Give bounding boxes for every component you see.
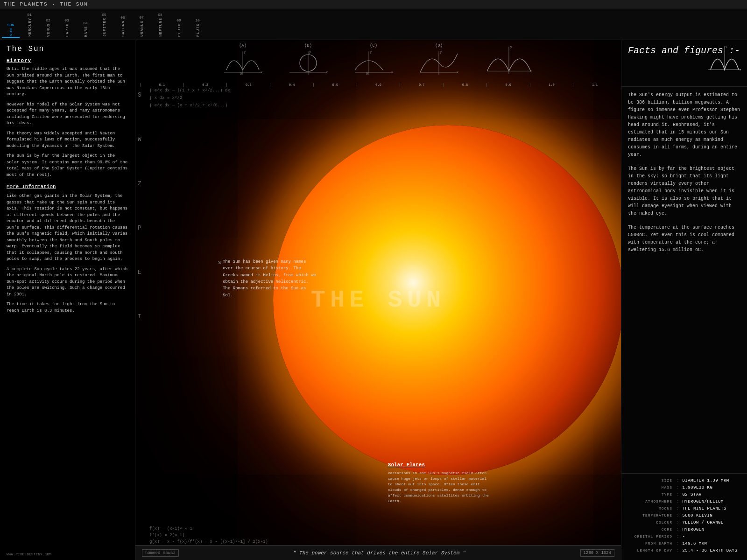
stat-row: TYPE:G2 STAR [628, 492, 740, 497]
ruler-mark: 0.9 [486, 83, 530, 87]
nav-bar: SUNSUN01MERCURY02VENUS03EARTH04MARS05JUP… [0, 8, 747, 40]
nav-label: MERCURY [28, 18, 32, 37]
top-bar: THE PLANETS - THE SUN [0, 0, 747, 8]
nav-item-mercury[interactable]: 01MERCURY [21, 10, 38, 38]
nav-item-pluto[interactable]: 10PLUTO [189, 10, 206, 38]
sun-title: The Sun [7, 45, 128, 53]
nav-label: URANUS [140, 21, 144, 37]
nav-number: 06 [120, 15, 125, 20]
ruler-mark: 1.1 [573, 83, 616, 87]
graph-corner-svg: x y [481, 44, 537, 77]
stat-value: YELLOW / ORANGE [682, 520, 724, 525]
stat-value: 25.4 - 36 EARTH DAYS [682, 548, 737, 553]
svg-text:x: x [326, 70, 328, 74]
stat-label: TEMPERATURE [628, 513, 672, 518]
stat-label: ORBITAL PERIOD [628, 534, 672, 539]
graph-c-label: (C) [370, 43, 377, 48]
resolution-tag: 1280 X 1024 [580, 549, 614, 557]
nav-item-jupiter[interactable]: 05JUPITER [95, 10, 113, 38]
side-char-i: I [138, 313, 141, 320]
more-info-link[interactable]: More Information [7, 184, 128, 189]
nav-item-uranus[interactable]: 07URANUS [133, 10, 150, 38]
nav-label: VENUS [46, 23, 50, 37]
center-area: (A) x y O (B) x y [135, 40, 621, 560]
facts-graph-svg: x y [706, 44, 743, 72]
stat-value: HYDROGEN/HELIUM [682, 499, 724, 504]
page-title: THE PLANETS - THE SUN [4, 1, 88, 7]
website-credit: WWW.PIXELDESTINY.COM [7, 552, 51, 556]
solar-flares-heading: Solar Flares [388, 462, 491, 468]
side-char-w: W [138, 136, 141, 143]
math-graph-b: (B) x y [285, 43, 331, 77]
graph-d-label: (D) [435, 43, 443, 48]
nav-label: PLUTO [177, 23, 181, 37]
nav-item-earth[interactable]: 03EARTH [58, 10, 76, 38]
ruler-mark: 0.1 [140, 83, 183, 87]
math-eq-1: f(x) = (x-1)² - 1 [149, 526, 616, 531]
nav-item-neptune[interactable]: 08NEPTUNE [151, 10, 169, 38]
stat-label: SIZE [628, 478, 672, 483]
math-top-row: (A) x y O (B) x y [135, 40, 621, 80]
stat-row: FROM EARTH:149.6 MKM [628, 541, 740, 546]
ruler-mark: 0.5 [313, 83, 357, 87]
side-char-z: Z [138, 180, 141, 187]
main-layout: The Sun History Until the middle ages it… [0, 40, 747, 560]
svg-text:x: x [740, 68, 741, 71]
stat-row: CORE:HYDROGEN [628, 527, 740, 532]
stats-table: SIZE:DIAMETER 1.39 MKMMASS:1.989E30 KGTY… [621, 473, 747, 560]
nav-number: 04 [83, 21, 88, 25]
stat-row: TEMPERATURE:5800 KELVIN [628, 513, 740, 518]
math-eq-2: f'(x) = 2(x-1) [149, 533, 616, 538]
stat-sep: : [676, 527, 678, 532]
ruler-mark: 0.6 [357, 83, 400, 87]
graph-d-svg: x y [416, 49, 462, 77]
nav-item-pluto[interactable]: 09PLUTO [170, 10, 188, 38]
svg-text:y: y [440, 50, 442, 54]
nav-label: EARTH [65, 23, 69, 37]
svg-text:x: x [529, 69, 532, 73]
nav-item-mars[interactable]: 04MARS [77, 10, 94, 38]
nav-item-venus[interactable]: 02VENUS [39, 10, 57, 38]
stat-label: FROM EARTH [628, 541, 672, 546]
facts-header: Facts and figures :- x y [621, 40, 747, 87]
nav-item-sun[interactable]: SUNSUN [2, 10, 20, 38]
more-info-p3: The time it takes for light from the Sun… [7, 301, 128, 314]
stat-row: MOONS:THE NINE PLANETS [628, 506, 740, 511]
math-graph-d: (D) x y [416, 43, 462, 77]
stat-label: MOONS [628, 506, 672, 511]
stat-sep: : [676, 499, 678, 504]
side-math: S W Z P E I [138, 91, 141, 320]
ruler-mark: 0.4 [270, 83, 313, 87]
math-graph-a: (A) x y O [219, 43, 266, 77]
graph-b-svg: x y [285, 49, 331, 77]
graph-a-svg: x y O [219, 49, 266, 77]
sun-container [273, 125, 621, 475]
svg-text:x: x [457, 70, 458, 74]
formula-2: ∫ x dx = x²/2 [149, 94, 266, 102]
ruler-mark: 0.3 [226, 83, 270, 87]
stat-sep: : [676, 506, 678, 511]
nav-number: 05 [102, 13, 106, 17]
nav-number: SUN [7, 23, 14, 27]
math-eq-3: g(x) = x - f(x)/f'(x) = x - [(x-1)²-1] /… [149, 539, 616, 544]
history-p1: Until the middle ages it was assumed tha… [7, 66, 128, 98]
side-char-e: E [138, 269, 141, 276]
stat-value: - [682, 534, 685, 539]
nav-label: NEPTUNE [158, 18, 162, 37]
nav-item-saturn[interactable]: 06SATURN [114, 10, 132, 38]
stat-value: 149.6 MKM [682, 541, 707, 546]
left-panel: The Sun History Until the middle ages it… [0, 40, 135, 560]
math-graph-corner: x y [481, 44, 537, 77]
stat-value: 5800 KELVIN [682, 513, 712, 518]
stat-sep: : [676, 541, 678, 546]
nav-number: 08 [158, 13, 162, 17]
ruler-mark: 0.2 [183, 83, 227, 87]
nav-number: 02 [46, 18, 50, 22]
svg-text:y: y [309, 50, 311, 54]
stat-row: SIZE:DIAMETER 1.39 MKM [628, 478, 740, 483]
ruler-mark: 1.0 [530, 83, 573, 87]
sun-info-text: The Sun has been given many names over t… [223, 259, 316, 299]
facts-body: The Sun's energy output is estimated to … [621, 87, 747, 473]
graph-a-label: (A) [239, 43, 247, 48]
svg-text:x: x [261, 70, 262, 74]
